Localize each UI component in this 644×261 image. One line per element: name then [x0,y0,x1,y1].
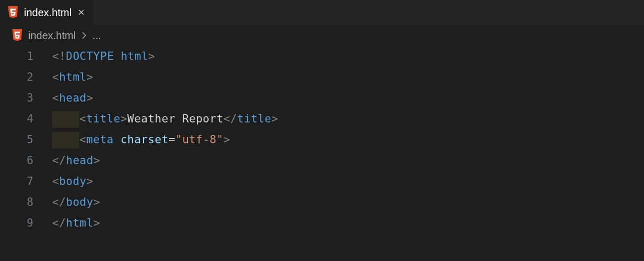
code-content: </html> [52,213,100,233]
code-content: <body> [52,171,93,192]
code-content: <html> [52,67,93,88]
indent-block [52,132,79,148]
token: body [66,196,93,208]
close-icon[interactable]: × [77,6,86,19]
token: > [223,133,230,146]
code-content: </head> [52,150,100,171]
line-number: 2 [0,67,52,88]
token: head [59,92,87,104]
html5-icon [7,6,19,19]
chevron-right-icon [81,30,87,42]
token: > [87,175,93,188]
token [114,50,121,63]
token: Weather Report [127,113,223,125]
token: "utf-8" [175,133,223,146]
tab-title: index.html [24,7,71,19]
tab-index-html[interactable]: index.html × [0,0,93,25]
breadcrumb-rest: ... [92,30,101,42]
token: > [93,217,100,229]
code-line[interactable]: 1<!DOCTYPE html> [0,46,644,67]
code-line[interactable]: 2<html> [0,67,644,88]
breadcrumb-file: index.html [28,30,76,42]
token: > [93,154,100,167]
token: > [271,113,278,125]
token: < [79,113,86,125]
code-editor[interactable]: 1<!DOCTYPE html>2<html>3<head>4<title>We… [0,45,644,233]
token: > [121,113,127,125]
line-number: 5 [0,129,52,150]
token: meta [86,133,114,146]
token: charset [121,133,169,146]
token: < [52,175,59,188]
code-content: <title>Weather Report</title> [52,108,278,129]
code-line[interactable]: 9</html> [0,213,644,233]
code-line[interactable]: 3<head> [0,88,644,108]
line-number: 1 [0,46,52,67]
code-line[interactable]: 6</head> [0,150,644,171]
code-line[interactable]: 4<title>Weather Report</title> [0,108,644,129]
line-number: 8 [0,192,52,213]
token: </ [52,196,66,208]
line-number: 9 [0,213,52,233]
indent-block [52,111,79,128]
token: > [93,196,100,208]
token: body [59,175,87,188]
token: DOCTYPE [66,50,114,63]
code-content: <meta charset="utf-8"> [52,129,230,150]
token: > [148,50,155,63]
token: head [66,154,93,167]
token: </ [223,113,237,125]
token: < [79,133,86,146]
token [114,133,121,146]
token: < [52,92,59,104]
line-number: 7 [0,171,52,192]
code-content: <head> [52,88,93,108]
token: </ [52,154,66,167]
token: title [237,113,271,125]
token: html [121,50,148,63]
html5-icon [11,29,23,42]
token: html [59,71,87,83]
code-line[interactable]: 8</body> [0,192,644,213]
token: title [86,113,121,125]
token: <! [52,50,66,63]
token: </ [52,217,66,229]
breadcrumb[interactable]: index.html ... [0,25,644,45]
token: < [52,71,59,83]
code-content: <!DOCTYPE html> [52,46,155,67]
token: > [87,71,93,83]
line-number: 6 [0,150,52,171]
token: > [87,92,93,104]
token: html [66,217,93,229]
line-number: 4 [0,108,52,129]
code-line[interactable]: 5<meta charset="utf-8"> [0,129,644,150]
editor-tab-bar: index.html × [0,0,644,25]
token: = [169,133,175,146]
line-number: 3 [0,88,52,108]
code-content: </body> [52,192,100,213]
code-line[interactable]: 7<body> [0,171,644,192]
